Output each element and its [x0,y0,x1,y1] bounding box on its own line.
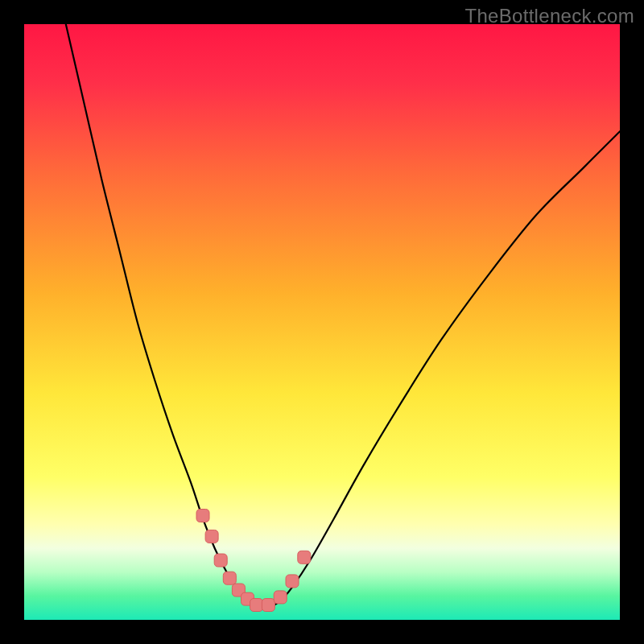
data-marker [298,551,311,564]
marker-group [196,510,311,612]
data-marker [262,599,275,612]
plot-area [24,24,620,620]
data-marker [286,575,299,588]
curve-layer [24,24,620,620]
data-marker [214,554,227,567]
data-marker [223,572,236,584]
data-marker [274,591,287,604]
data-marker [196,510,209,522]
chart-frame: TheBottleneck.com [0,0,644,644]
data-marker [250,599,263,612]
data-marker [205,530,218,543]
bottleneck-curve [66,24,620,609]
